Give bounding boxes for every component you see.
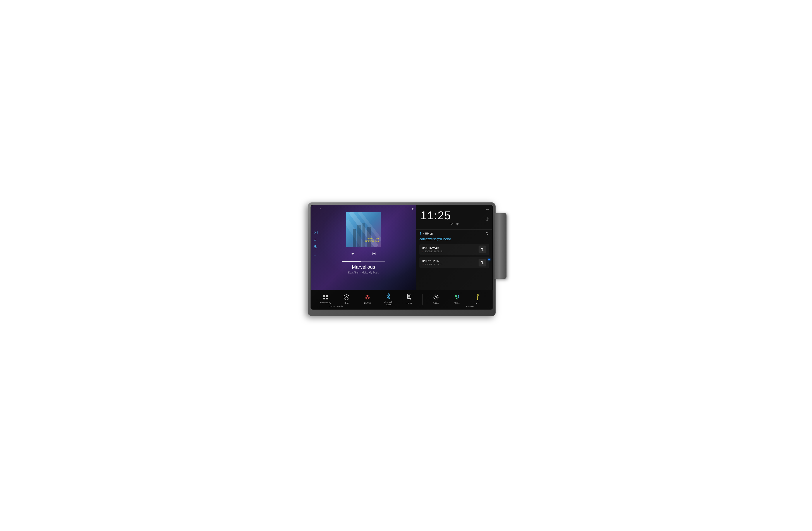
clock-area: 11:25 5/13 水 bbox=[416, 205, 492, 230]
call-number-1: 0*0216***49 bbox=[422, 246, 443, 250]
right-panel: ⋯ 11:25 5/13 水 bbox=[416, 205, 492, 290]
bluetooth-audio-icon bbox=[386, 293, 391, 300]
call-info-1: 0*0216***49 ↙ 20/05/13 10:35:45 bbox=[422, 246, 443, 253]
album-name: MARVELLOUS bbox=[365, 240, 379, 243]
svg-rect-17 bbox=[430, 234, 431, 235]
top-left-icons: ◁◁ bbox=[319, 207, 322, 210]
nav-aux[interactable]: AUX bbox=[470, 294, 485, 305]
phone-device-name: carrozzeriaのiPhone bbox=[419, 237, 489, 242]
nav-phone[interactable]: Phone bbox=[449, 295, 464, 304]
nav-fmam-label: FM/AM bbox=[364, 302, 371, 304]
phone-area: 1 bbox=[416, 230, 492, 290]
phone-status: 1 bbox=[419, 232, 434, 235]
nav-connectivity-label: Connectivity bbox=[320, 302, 331, 304]
svg-rect-19 bbox=[432, 233, 433, 235]
call-button-1[interactable] bbox=[479, 245, 487, 254]
progress-bar bbox=[342, 261, 386, 262]
play-icon-top: ▶ bbox=[412, 207, 414, 210]
call-number-2: 0*03**91*16 bbox=[422, 259, 443, 263]
alexa-icon bbox=[344, 295, 349, 301]
brand-carrozzeria: carrozzeria bbox=[329, 305, 344, 307]
fmam-icon bbox=[365, 295, 370, 301]
call-entry-2: 0*03**91*16 ↙ 20/05/12 17:28:22 bbox=[419, 257, 489, 268]
grid-button[interactable]: ⊞ bbox=[313, 238, 318, 241]
battery-icon bbox=[425, 232, 429, 235]
nav-alexa-label: Alexa bbox=[344, 302, 349, 304]
plus-button[interactable]: + bbox=[313, 254, 318, 257]
svg-rect-21 bbox=[323, 295, 325, 297]
track-title: Marvellous bbox=[311, 264, 416, 270]
nav-bluetooth-audio[interactable]: BluetoothAudio bbox=[380, 293, 396, 306]
device-wrapper: ◁◁ ⊞ + − ◁◁ bbox=[308, 202, 504, 329]
album-artist-name: DAN ALLEN bbox=[365, 238, 379, 240]
call-button-2[interactable] bbox=[479, 259, 487, 267]
svg-point-35 bbox=[435, 296, 437, 298]
nav-alexa[interactable]: Alexa bbox=[339, 295, 354, 304]
next-button[interactable]: ⏭ bbox=[372, 251, 376, 256]
right-panel-inner: ⋯ 11:25 5/13 水 bbox=[416, 205, 492, 290]
nav-connectivity[interactable]: Connectivity bbox=[318, 295, 333, 304]
main-screen: ◁◁ ⊞ + − ◁◁ bbox=[311, 205, 493, 290]
svg-rect-32 bbox=[408, 295, 410, 296]
svg-rect-22 bbox=[326, 295, 328, 297]
call-phone-icon-1 bbox=[481, 248, 484, 251]
svg-rect-34 bbox=[408, 297, 410, 298]
nav-phone-label: Phone bbox=[454, 302, 460, 304]
brand-bar: carrozzeria Pioneer bbox=[329, 305, 475, 307]
dots-menu[interactable]: ⋯ bbox=[486, 207, 489, 211]
back-button[interactable]: ◁◁ bbox=[313, 230, 318, 234]
track-info: Marvellous Dan Allen - Make My Mark bbox=[311, 264, 416, 274]
nav-setting-label: Setting bbox=[433, 302, 439, 304]
call-info-2: 0*03**91*16 ↙ 20/05/12 17:28:22 bbox=[422, 259, 443, 266]
aux-icon bbox=[476, 294, 479, 301]
svg-rect-7 bbox=[353, 229, 356, 247]
svg-line-13 bbox=[487, 219, 488, 219]
call-meta-2: ↙ 20/05/12 17:28:22 bbox=[422, 263, 443, 266]
nav-fmam[interactable]: FM/AM bbox=[360, 295, 375, 304]
back-icon: ◁◁ bbox=[319, 207, 322, 210]
progress-bar-container[interactable] bbox=[342, 261, 386, 262]
clock-time: 11:25 bbox=[421, 210, 488, 221]
brand-pioneer: Pioneer bbox=[466, 305, 474, 307]
blue-dot-indicator bbox=[488, 259, 490, 260]
svg-rect-38 bbox=[477, 298, 478, 298]
svg-rect-10 bbox=[367, 227, 371, 247]
call-timestamp-1: 20/05/13 10:35:45 bbox=[425, 250, 443, 253]
hdmi-icon bbox=[407, 294, 411, 301]
svg-rect-39 bbox=[477, 299, 478, 300]
clock-icon bbox=[485, 217, 489, 221]
side-controls: ◁◁ ⊞ + − bbox=[313, 230, 318, 264]
svg-rect-16 bbox=[429, 233, 429, 234]
device-mount bbox=[494, 213, 507, 279]
svg-rect-24 bbox=[326, 298, 328, 299]
nav-hdmi[interactable]: HDMI bbox=[402, 294, 417, 305]
phone-header-icon bbox=[485, 232, 489, 235]
track-artist: Dan Allen - Make My Mark bbox=[311, 271, 416, 274]
minus-button[interactable]: − bbox=[313, 261, 318, 264]
connectivity-icon bbox=[323, 295, 328, 301]
call-arrow-1: ↙ bbox=[422, 250, 424, 253]
call-arrow-2: ↙ bbox=[422, 263, 424, 266]
prev-button[interactable]: ⏮ bbox=[351, 251, 355, 256]
device-body: ◁◁ ⊞ + − ◁◁ bbox=[308, 202, 496, 316]
phone-header: 1 bbox=[419, 232, 489, 235]
call-phone-icon-2 bbox=[481, 261, 484, 264]
screen-bezel: ◁◁ ⊞ + − ◁◁ bbox=[310, 205, 493, 310]
music-controls: ⏮ ⏭ bbox=[311, 251, 416, 256]
nav-hdmi-label: HDMI bbox=[407, 302, 411, 305]
signal-icon bbox=[430, 232, 434, 235]
nav-setting[interactable]: Setting bbox=[428, 295, 444, 304]
call-timestamp-2: 20/05/12 17:28:22 bbox=[425, 263, 443, 266]
svg-rect-0 bbox=[315, 245, 316, 247]
nav-aux-label: AUX bbox=[476, 302, 480, 305]
svg-rect-23 bbox=[323, 298, 325, 299]
svg-rect-20 bbox=[433, 232, 433, 235]
svg-point-28 bbox=[366, 296, 369, 299]
nav-separator bbox=[422, 294, 423, 305]
svg-rect-33 bbox=[408, 296, 410, 297]
progress-fill bbox=[342, 261, 361, 262]
bluetooth-status-icon bbox=[419, 232, 422, 235]
clock-date: 5/13 水 bbox=[421, 222, 488, 226]
mic-button[interactable] bbox=[313, 245, 318, 250]
signal-number: 1 bbox=[423, 232, 424, 235]
